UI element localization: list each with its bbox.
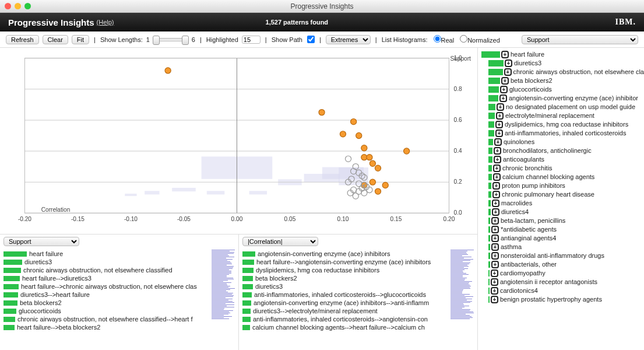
show-path-checkbox[interactable] <box>307 36 315 43</box>
expand-icon[interactable]: + <box>491 287 498 295</box>
list-item[interactable]: diuretics3-->heart failure <box>3 290 208 299</box>
expand-icon[interactable]: + <box>495 130 503 137</box>
expand-icon[interactable]: + <box>492 200 499 207</box>
tree-item[interactable]: + chronic pulmonary heart disease <box>481 190 644 199</box>
length-slider[interactable] <box>153 38 188 41</box>
tree-item[interactable]: + dyslipidemics, hmg coa reductase inhib… <box>481 120 644 129</box>
expand-icon[interactable]: + <box>492 208 499 216</box>
tree-list[interactable]: + heart failure + diuretics3 + chronic a… <box>481 50 644 304</box>
tree-item[interactable]: + heart failure <box>481 50 644 59</box>
tree-item[interactable]: + anticoagulants <box>481 155 644 164</box>
tree-item[interactable]: + electrolyte/mineral replacement <box>481 111 644 120</box>
expand-icon[interactable]: + <box>491 270 498 277</box>
tree-item[interactable]: + diuretics4 <box>481 208 644 216</box>
expand-icon[interactable]: + <box>496 112 504 120</box>
expand-icon[interactable]: + <box>494 156 501 163</box>
expand-icon[interactable]: + <box>504 68 512 76</box>
list-item[interactable]: heart failure <box>3 250 208 258</box>
list-item[interactable]: heart failure-->beta blockers2 <box>3 323 208 331</box>
list-item[interactable]: beta blockers2 <box>3 299 208 307</box>
expand-icon[interactable]: + <box>491 243 499 251</box>
tree-item[interactable]: + macrolides <box>481 199 644 208</box>
list-item[interactable]: dyslipidemics, hmg coa reductase inhibit… <box>242 266 447 274</box>
slider-thumb-max[interactable] <box>182 36 189 45</box>
tree-item[interactable]: + antibacterials, other <box>481 260 644 269</box>
tree-item[interactable]: + angiotensin-converting enzyme (ace) in… <box>481 94 644 103</box>
expand-icon[interactable]: + <box>494 147 501 155</box>
tree-item[interactable]: + no designated placement on usp model g… <box>481 103 644 111</box>
support-list[interactable]: heart failurediuretics3chronic airways o… <box>3 250 208 348</box>
expand-icon[interactable]: + <box>491 261 499 268</box>
tree-item[interactable]: + bronchodilators, anticholinergic <box>481 146 644 155</box>
tree-item[interactable]: + *antidiabetic agents <box>481 225 644 234</box>
expand-icon[interactable]: + <box>505 60 512 67</box>
list-item[interactable]: anti-inflammatories, inhaled corticoster… <box>242 315 447 323</box>
correlation-list[interactable]: angiotensin-converting enzyme (ace) inhi… <box>242 250 447 348</box>
expand-icon[interactable]: + <box>491 235 499 242</box>
scatter-plot[interactable]: 0.00.20.40.60.81.0-0.20-0.15-0.10-0.050.… <box>0 48 477 235</box>
expand-icon[interactable]: + <box>494 138 502 146</box>
extremes-select[interactable]: Extremes <box>326 35 371 44</box>
highlighted-input[interactable] <box>242 36 261 44</box>
tree-item[interactable]: + angiotensin ii receptor antagonists <box>481 278 644 286</box>
panel-support-select[interactable]: Support <box>3 237 79 246</box>
expand-icon[interactable]: + <box>491 252 499 260</box>
expand-icon[interactable]: + <box>493 173 501 181</box>
expand-icon[interactable]: + <box>499 94 507 102</box>
tree-item[interactable]: + chronic bronchitis <box>481 164 644 173</box>
expand-icon[interactable]: + <box>491 278 498 286</box>
list-item[interactable]: anti-inflammatories, inhaled corticoster… <box>242 290 447 299</box>
list-item[interactable]: diuretics3-->electrolyte/mineral replace… <box>242 307 447 315</box>
list-item-label: dyslipidemics, hmg coa reductase inhibit… <box>256 266 379 274</box>
expand-icon[interactable]: + <box>492 182 500 190</box>
expand-icon[interactable]: + <box>493 164 501 172</box>
list-item[interactable]: chronic airways obstruction, not elsewhe… <box>3 315 208 323</box>
tree-item[interactable]: + beta-lactam, penicillins <box>481 216 644 225</box>
tree-item[interactable]: + anti-inflammatories, inhaled corticost… <box>481 129 644 138</box>
tree-item[interactable]: + nonsteroidal anti-inflammatory drugs <box>481 251 644 260</box>
list-item[interactable]: calcium channel blocking agents-->heart … <box>242 323 447 331</box>
expand-icon[interactable]: + <box>491 296 498 303</box>
tree-item[interactable]: + calcium channel blocking agents <box>481 173 644 181</box>
tree-item[interactable]: + chronic airways obstruction, not elsew… <box>481 68 644 76</box>
panel-correlation-select[interactable]: |Correlation| <box>242 237 318 246</box>
normalized-radio[interactable] <box>460 35 467 43</box>
list-item[interactable]: heart failure-->diuretics3 <box>3 274 208 282</box>
list-item[interactable]: diuretics3 <box>242 282 447 290</box>
expand-icon[interactable]: + <box>491 226 499 233</box>
tree-item[interactable]: + benign prostatic hypertrophy agents <box>481 295 644 304</box>
tree-item[interactable]: + cardiotonics4 <box>481 286 644 295</box>
list-item[interactable]: diuretics3 <box>3 258 208 266</box>
expand-icon[interactable]: + <box>495 121 503 128</box>
real-radio-label[interactable]: Real <box>431 35 455 44</box>
expand-icon[interactable]: + <box>497 103 504 111</box>
tree-item[interactable]: + asthma <box>481 243 644 251</box>
right-support-select[interactable]: Support <box>522 35 638 44</box>
refresh-button[interactable]: Refresh <box>6 35 39 44</box>
fit-button[interactable]: Fit <box>72 35 89 44</box>
expand-icon[interactable]: + <box>501 51 509 58</box>
clear-button[interactable]: Clear <box>43 35 68 44</box>
list-item[interactable]: chronic airways obstruction, not elsewhe… <box>3 266 208 274</box>
tree-item[interactable]: + beta blockers2 <box>481 76 644 85</box>
list-item[interactable]: heart failure-->angiotensin-converting e… <box>242 258 447 266</box>
normalized-radio-label[interactable]: Normalized <box>458 35 500 44</box>
tree-item[interactable]: + proton pump inhibitors <box>481 181 644 190</box>
help-link[interactable]: (Help) <box>97 19 114 26</box>
tree-item[interactable]: + cardiomyopathy <box>481 269 644 278</box>
tree-item[interactable]: + antianginal agents4 <box>481 234 644 243</box>
list-item[interactable]: angiotensin-converting enzyme (ace) inhi… <box>242 299 447 307</box>
list-item[interactable]: angiotensin-converting enzyme (ace) inhi… <box>242 250 447 258</box>
tree-item[interactable]: + quinolones <box>481 138 644 146</box>
expand-icon[interactable]: + <box>500 86 508 93</box>
tree-item[interactable]: + glucocorticoids <box>481 85 644 94</box>
expand-icon[interactable]: + <box>491 217 499 225</box>
list-item[interactable]: heart failure-->chronic airways obstruct… <box>3 282 208 290</box>
expand-icon[interactable]: + <box>501 77 509 85</box>
expand-icon[interactable]: + <box>492 191 500 198</box>
slider-thumb-min[interactable] <box>153 36 160 45</box>
real-radio[interactable] <box>434 35 441 43</box>
list-item[interactable]: beta blockers2 <box>242 274 447 282</box>
tree-item[interactable]: + diuretics3 <box>481 59 644 68</box>
list-item[interactable]: glucocorticoids <box>3 307 208 315</box>
